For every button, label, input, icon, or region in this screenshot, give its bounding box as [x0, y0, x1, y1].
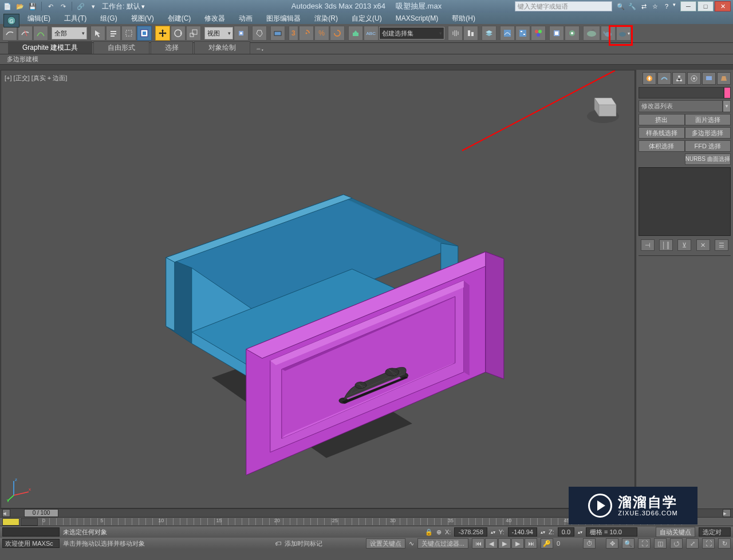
angle-snap-icon[interactable]: [299, 26, 314, 41]
key-mode-toggle-icon[interactable]: 🔑: [541, 538, 553, 549]
ribbon-sublabel[interactable]: 多边形建模: [0, 54, 733, 65]
next-frame-icon[interactable]: ▶: [511, 538, 524, 549]
teapot-icon[interactable]: [601, 26, 616, 41]
scale-tool-icon[interactable]: [186, 26, 201, 41]
nav-maximize-icon[interactable]: ⛶: [702, 538, 715, 549]
render-prod-icon[interactable]: [583, 26, 600, 41]
dropdown-icon[interactable]: ▼: [723, 100, 731, 112]
key-icon[interactable]: 🔧: [627, 2, 637, 11]
dropdown-icon[interactable]: ▾: [88, 2, 98, 11]
ffd-select-button[interactable]: FFD 选择: [685, 140, 731, 152]
configure-icon[interactable]: ☰: [715, 239, 728, 251]
material-editor-icon[interactable]: [531, 26, 546, 41]
workspace-label[interactable]: 工作台: 默认: [102, 2, 140, 11]
patch-select-button[interactable]: 面片选择: [685, 114, 731, 125]
script-mini-listener[interactable]: [2, 527, 60, 537]
align-icon[interactable]: [463, 26, 478, 41]
ribbon-tab-selection[interactable]: 选择: [151, 41, 193, 54]
new-icon[interactable]: 📄: [2, 2, 13, 11]
layer-manager-icon[interactable]: [482, 26, 496, 41]
menu-modifiers[interactable]: 修改器: [198, 13, 232, 25]
nav-orbit-icon[interactable]: ⭯: [670, 538, 683, 549]
modifier-stack[interactable]: [639, 167, 731, 236]
close-button[interactable]: ✕: [715, 1, 731, 11]
menu-animation[interactable]: 动画: [232, 13, 259, 25]
object-color-swatch[interactable]: [724, 87, 731, 98]
add-time-tag[interactable]: 添加时间标记: [285, 539, 348, 548]
menu-views[interactable]: 视图(V): [124, 13, 161, 25]
menu-customize[interactable]: 自定义(U): [345, 13, 389, 25]
named-selection-combo[interactable]: 创建选择集: [379, 27, 444, 40]
link-tool-icon[interactable]: [2, 26, 17, 41]
percent-snap-icon[interactable]: %: [314, 26, 329, 41]
nav-zoom-icon[interactable]: 🔍: [622, 538, 635, 549]
remove-mod-icon[interactable]: ✕: [696, 239, 710, 251]
redo-icon[interactable]: ↷: [58, 2, 68, 11]
goto-start-icon[interactable]: ⏮: [472, 538, 484, 549]
time-config-icon[interactable]: ⏱: [583, 538, 596, 549]
make-unique-icon[interactable]: ⊻: [677, 239, 691, 251]
binoculars-icon[interactable]: 🔍: [616, 2, 626, 11]
hierarchy-tab-icon[interactable]: [672, 72, 686, 85]
help-icon[interactable]: ?: [661, 2, 672, 11]
spline-select-button[interactable]: 样条线选择: [639, 127, 685, 139]
timeline-left-icon[interactable]: ◂: [2, 509, 10, 517]
time-tag-icon[interactable]: 🏷: [275, 540, 281, 547]
nurbs-select-button[interactable]: NURBS 曲面选择: [685, 153, 731, 165]
exchange-icon[interactable]: ⇄: [639, 2, 649, 11]
display-tab-icon[interactable]: [702, 72, 716, 85]
center-pivot-icon[interactable]: [234, 26, 249, 41]
named-selset-edit-icon[interactable]: [348, 26, 363, 41]
menu-help[interactable]: 帮助(H): [445, 13, 482, 25]
manipulate-icon[interactable]: [252, 26, 267, 41]
coords-icon[interactable]: ⊕: [436, 529, 442, 536]
render-frame-icon[interactable]: [565, 26, 580, 41]
nav-pan-icon[interactable]: ✥: [606, 538, 618, 549]
x-coord[interactable]: -378.258: [454, 527, 487, 537]
ribbon-tab-objpaint[interactable]: 对象绘制: [194, 41, 250, 54]
timeline-right-icon[interactable]: ▸: [723, 509, 731, 517]
nav-roll-icon[interactable]: ↻: [718, 538, 731, 549]
refcoord-combo[interactable]: 视图: [204, 27, 233, 40]
show-end-icon[interactable]: │║: [659, 239, 673, 251]
vol-select-button[interactable]: 体积选择: [639, 140, 685, 152]
current-frame[interactable]: 0: [557, 540, 580, 547]
menu-group[interactable]: 组(G): [93, 13, 124, 25]
viewcube[interactable]: [583, 86, 623, 127]
keyboard-shortcut-icon[interactable]: [270, 26, 285, 41]
star-icon[interactable]: ☆: [650, 2, 660, 11]
menu-maxscript[interactable]: MAXScript(M): [389, 13, 446, 23]
select-rect-icon[interactable]: [121, 26, 136, 41]
select-icon[interactable]: [90, 26, 105, 41]
select-name-icon[interactable]: [106, 26, 121, 41]
prev-frame-icon[interactable]: ◀: [485, 538, 498, 549]
setkey-button[interactable]: 设置关键点: [366, 538, 405, 549]
viewport[interactable]: [+] [正交] [真实 + 边面]: [1, 70, 635, 508]
create-tab-icon[interactable]: [643, 72, 656, 85]
play-icon[interactable]: ▶: [498, 538, 511, 549]
menu-rendering[interactable]: 渲染(R): [308, 13, 345, 25]
lock-icon[interactable]: 🔒: [425, 529, 433, 536]
menu-create[interactable]: 创建(C): [161, 13, 198, 25]
teapot2-icon[interactable]: ▾: [616, 26, 631, 41]
drawer-model[interactable]: [92, 143, 527, 475]
move-tool-icon[interactable]: [155, 26, 170, 41]
extrude-button[interactable]: 挤出: [639, 114, 685, 125]
ribbon-tab-graphite[interactable]: Graphite 建模工具: [8, 41, 92, 54]
mirror-icon[interactable]: [448, 26, 463, 41]
named-selset-abc-icon[interactable]: ABC: [364, 26, 379, 41]
save-icon[interactable]: 💾: [27, 2, 38, 11]
curve-editor-icon[interactable]: [500, 26, 515, 41]
snap-toggle-icon[interactable]: 3: [289, 26, 298, 41]
motion-tab-icon[interactable]: [687, 72, 701, 85]
app-menu-icon[interactable]: G: [3, 14, 19, 27]
search-input[interactable]: 键入关键字或短语: [515, 1, 612, 11]
unlink-tool-icon[interactable]: [18, 26, 33, 41]
open-icon[interactable]: 📂: [15, 2, 25, 11]
viewport-label[interactable]: [+] [正交] [真实 + 边面]: [5, 74, 67, 82]
pin-stack-icon[interactable]: ⊣: [641, 239, 655, 251]
render-setup-icon[interactable]: [549, 26, 564, 41]
nav-fov-icon[interactable]: ◫: [654, 538, 667, 549]
utilities-tab-icon[interactable]: [717, 72, 731, 85]
set-key-toggle[interactable]: [2, 518, 19, 526]
